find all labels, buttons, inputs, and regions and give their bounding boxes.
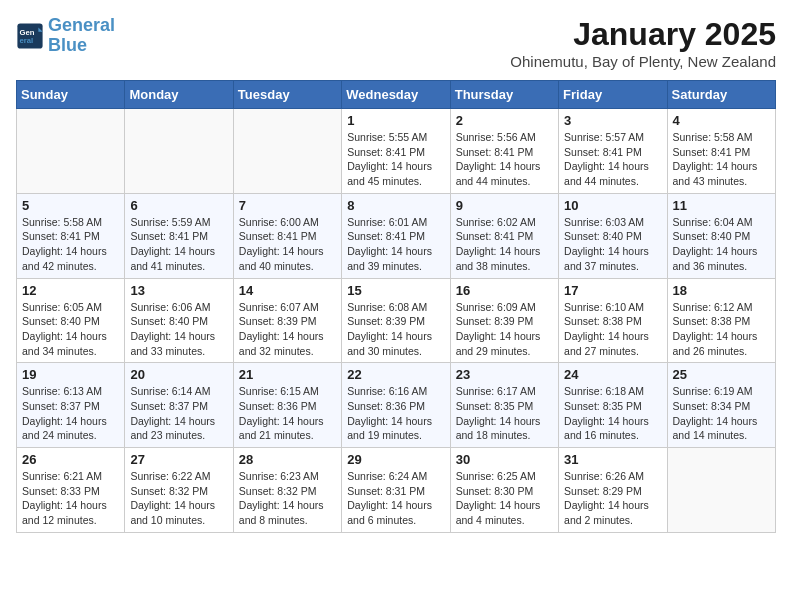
calendar-week-1: 1Sunrise: 5:55 AM Sunset: 8:41 PM Daylig… [17, 109, 776, 194]
title-block: January 2025 Ohinemutu, Bay of Plenty, N… [510, 16, 776, 70]
day-info: Sunrise: 6:18 AM Sunset: 8:35 PM Dayligh… [564, 384, 661, 443]
day-info: Sunrise: 6:06 AM Sunset: 8:40 PM Dayligh… [130, 300, 227, 359]
day-number: 29 [347, 452, 444, 467]
day-number: 4 [673, 113, 770, 128]
weekday-header-friday: Friday [559, 81, 667, 109]
day-info: Sunrise: 6:25 AM Sunset: 8:30 PM Dayligh… [456, 469, 553, 528]
month-title: January 2025 [510, 16, 776, 53]
day-number: 16 [456, 283, 553, 298]
calendar-cell [233, 109, 341, 194]
calendar-cell: 28Sunrise: 6:23 AM Sunset: 8:32 PM Dayli… [233, 448, 341, 533]
calendar-cell: 21Sunrise: 6:15 AM Sunset: 8:36 PM Dayli… [233, 363, 341, 448]
calendar-cell: 11Sunrise: 6:04 AM Sunset: 8:40 PM Dayli… [667, 193, 775, 278]
calendar-cell: 12Sunrise: 6:05 AM Sunset: 8:40 PM Dayli… [17, 278, 125, 363]
calendar-cell: 7Sunrise: 6:00 AM Sunset: 8:41 PM Daylig… [233, 193, 341, 278]
day-number: 31 [564, 452, 661, 467]
day-info: Sunrise: 6:01 AM Sunset: 8:41 PM Dayligh… [347, 215, 444, 274]
location-title: Ohinemutu, Bay of Plenty, New Zealand [510, 53, 776, 70]
day-number: 25 [673, 367, 770, 382]
day-info: Sunrise: 5:58 AM Sunset: 8:41 PM Dayligh… [22, 215, 119, 274]
day-info: Sunrise: 6:16 AM Sunset: 8:36 PM Dayligh… [347, 384, 444, 443]
weekday-header-tuesday: Tuesday [233, 81, 341, 109]
calendar-cell: 30Sunrise: 6:25 AM Sunset: 8:30 PM Dayli… [450, 448, 558, 533]
day-number: 5 [22, 198, 119, 213]
day-info: Sunrise: 5:55 AM Sunset: 8:41 PM Dayligh… [347, 130, 444, 189]
day-info: Sunrise: 6:08 AM Sunset: 8:39 PM Dayligh… [347, 300, 444, 359]
calendar-cell: 3Sunrise: 5:57 AM Sunset: 8:41 PM Daylig… [559, 109, 667, 194]
day-info: Sunrise: 6:04 AM Sunset: 8:40 PM Dayligh… [673, 215, 770, 274]
svg-text:Gen: Gen [20, 27, 35, 36]
day-info: Sunrise: 6:00 AM Sunset: 8:41 PM Dayligh… [239, 215, 336, 274]
calendar-cell: 9Sunrise: 6:02 AM Sunset: 8:41 PM Daylig… [450, 193, 558, 278]
calendar-cell: 13Sunrise: 6:06 AM Sunset: 8:40 PM Dayli… [125, 278, 233, 363]
calendar-cell: 20Sunrise: 6:14 AM Sunset: 8:37 PM Dayli… [125, 363, 233, 448]
day-number: 24 [564, 367, 661, 382]
day-number: 28 [239, 452, 336, 467]
day-number: 7 [239, 198, 336, 213]
day-number: 10 [564, 198, 661, 213]
day-number: 6 [130, 198, 227, 213]
calendar-cell: 19Sunrise: 6:13 AM Sunset: 8:37 PM Dayli… [17, 363, 125, 448]
day-number: 18 [673, 283, 770, 298]
day-info: Sunrise: 6:03 AM Sunset: 8:40 PM Dayligh… [564, 215, 661, 274]
logo-icon: Gen eral [16, 22, 44, 50]
day-number: 1 [347, 113, 444, 128]
calendar-cell: 5Sunrise: 5:58 AM Sunset: 8:41 PM Daylig… [17, 193, 125, 278]
day-number: 14 [239, 283, 336, 298]
day-info: Sunrise: 6:24 AM Sunset: 8:31 PM Dayligh… [347, 469, 444, 528]
calendar-cell: 27Sunrise: 6:22 AM Sunset: 8:32 PM Dayli… [125, 448, 233, 533]
calendar-cell: 4Sunrise: 5:58 AM Sunset: 8:41 PM Daylig… [667, 109, 775, 194]
day-info: Sunrise: 6:17 AM Sunset: 8:35 PM Dayligh… [456, 384, 553, 443]
day-number: 26 [22, 452, 119, 467]
day-number: 17 [564, 283, 661, 298]
calendar-cell [667, 448, 775, 533]
calendar-cell: 2Sunrise: 5:56 AM Sunset: 8:41 PM Daylig… [450, 109, 558, 194]
weekday-header-saturday: Saturday [667, 81, 775, 109]
calendar-cell: 26Sunrise: 6:21 AM Sunset: 8:33 PM Dayli… [17, 448, 125, 533]
day-info: Sunrise: 6:05 AM Sunset: 8:40 PM Dayligh… [22, 300, 119, 359]
calendar-week-4: 19Sunrise: 6:13 AM Sunset: 8:37 PM Dayli… [17, 363, 776, 448]
day-info: Sunrise: 6:02 AM Sunset: 8:41 PM Dayligh… [456, 215, 553, 274]
weekday-header-monday: Monday [125, 81, 233, 109]
day-number: 11 [673, 198, 770, 213]
calendar-header-row: SundayMondayTuesdayWednesdayThursdayFrid… [17, 81, 776, 109]
calendar-cell: 17Sunrise: 6:10 AM Sunset: 8:38 PM Dayli… [559, 278, 667, 363]
calendar-cell: 8Sunrise: 6:01 AM Sunset: 8:41 PM Daylig… [342, 193, 450, 278]
calendar-cell: 23Sunrise: 6:17 AM Sunset: 8:35 PM Dayli… [450, 363, 558, 448]
day-info: Sunrise: 6:15 AM Sunset: 8:36 PM Dayligh… [239, 384, 336, 443]
calendar-cell: 14Sunrise: 6:07 AM Sunset: 8:39 PM Dayli… [233, 278, 341, 363]
day-info: Sunrise: 6:12 AM Sunset: 8:38 PM Dayligh… [673, 300, 770, 359]
calendar-week-2: 5Sunrise: 5:58 AM Sunset: 8:41 PM Daylig… [17, 193, 776, 278]
weekday-header-thursday: Thursday [450, 81, 558, 109]
logo: Gen eral General Blue [16, 16, 115, 56]
calendar-week-3: 12Sunrise: 6:05 AM Sunset: 8:40 PM Dayli… [17, 278, 776, 363]
calendar-cell: 18Sunrise: 6:12 AM Sunset: 8:38 PM Dayli… [667, 278, 775, 363]
day-number: 9 [456, 198, 553, 213]
day-info: Sunrise: 5:59 AM Sunset: 8:41 PM Dayligh… [130, 215, 227, 274]
calendar-cell: 24Sunrise: 6:18 AM Sunset: 8:35 PM Dayli… [559, 363, 667, 448]
day-number: 3 [564, 113, 661, 128]
calendar-cell: 1Sunrise: 5:55 AM Sunset: 8:41 PM Daylig… [342, 109, 450, 194]
day-number: 21 [239, 367, 336, 382]
day-number: 12 [22, 283, 119, 298]
day-number: 27 [130, 452, 227, 467]
calendar-cell: 29Sunrise: 6:24 AM Sunset: 8:31 PM Dayli… [342, 448, 450, 533]
day-info: Sunrise: 5:58 AM Sunset: 8:41 PM Dayligh… [673, 130, 770, 189]
day-info: Sunrise: 5:57 AM Sunset: 8:41 PM Dayligh… [564, 130, 661, 189]
day-number: 15 [347, 283, 444, 298]
svg-text:eral: eral [20, 36, 34, 45]
day-number: 13 [130, 283, 227, 298]
day-info: Sunrise: 6:14 AM Sunset: 8:37 PM Dayligh… [130, 384, 227, 443]
calendar-table: SundayMondayTuesdayWednesdayThursdayFrid… [16, 80, 776, 533]
day-info: Sunrise: 6:21 AM Sunset: 8:33 PM Dayligh… [22, 469, 119, 528]
day-number: 19 [22, 367, 119, 382]
day-number: 8 [347, 198, 444, 213]
weekday-header-wednesday: Wednesday [342, 81, 450, 109]
day-info: Sunrise: 6:26 AM Sunset: 8:29 PM Dayligh… [564, 469, 661, 528]
day-info: Sunrise: 6:23 AM Sunset: 8:32 PM Dayligh… [239, 469, 336, 528]
day-info: Sunrise: 6:10 AM Sunset: 8:38 PM Dayligh… [564, 300, 661, 359]
calendar-cell [125, 109, 233, 194]
calendar-cell: 10Sunrise: 6:03 AM Sunset: 8:40 PM Dayli… [559, 193, 667, 278]
day-number: 22 [347, 367, 444, 382]
calendar-cell: 31Sunrise: 6:26 AM Sunset: 8:29 PM Dayli… [559, 448, 667, 533]
